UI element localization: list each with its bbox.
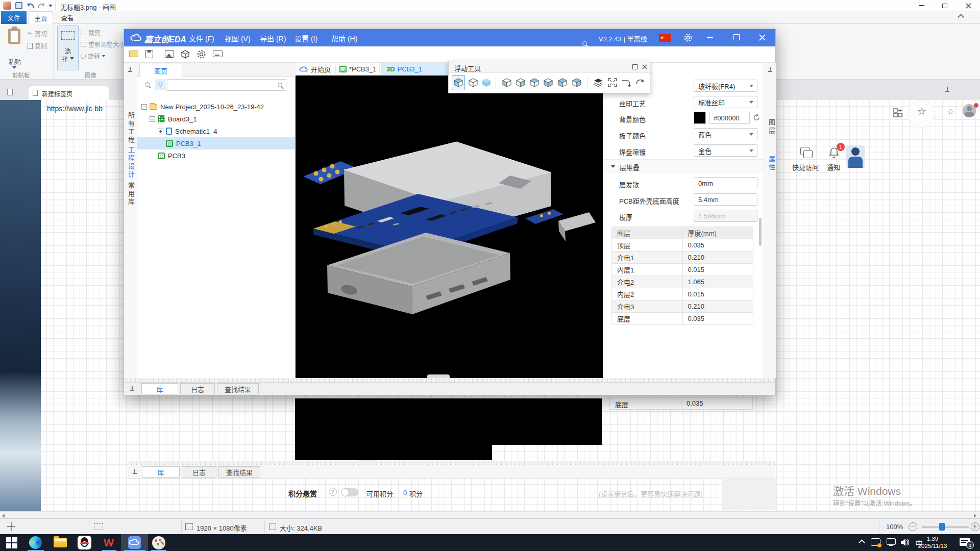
background-color-swatch[interactable] — [694, 112, 706, 124]
tree-item-schematic[interactable]: Schematic1_4 — [137, 125, 296, 137]
china-flag-icon[interactable]: ★ — [659, 34, 671, 42]
view-back-icon[interactable] — [572, 78, 582, 88]
paint-tab-view[interactable]: 查看 — [55, 11, 80, 24]
zoom-out-button[interactable] — [909, 522, 917, 531]
view-top-icon[interactable] — [529, 78, 540, 88]
view-right-icon[interactable] — [557, 78, 568, 88]
viewport-splitter-handle[interactable] — [427, 374, 450, 378]
sidebar-tab-project-design[interactable]: 工程设计 — [126, 146, 136, 179]
select-button[interactable]: 选 择 — [57, 26, 79, 70]
material-select[interactable]: 玻纤板(FR4) — [694, 80, 757, 92]
notifications-label[interactable]: 通知 — [827, 162, 840, 172]
start-button[interactable] — [6, 537, 17, 548]
viewport-3d[interactable] — [296, 76, 603, 378]
paint-tab-home[interactable]: 主页 — [29, 11, 53, 24]
project-search-input[interactable] — [167, 79, 286, 91]
sidebar-tab-all-projects[interactable]: 所有工程 — [126, 112, 136, 144]
menu-export[interactable]: 导出 (R) — [260, 33, 286, 43]
reset-icon[interactable] — [753, 114, 761, 121]
tree-item-project[interactable]: New Project_2025-10-26_23-19-42 — [137, 101, 296, 113]
float-maximize-icon[interactable] — [632, 64, 638, 69]
tree-item-pcb3[interactable]: PCB3 — [137, 149, 296, 162]
paint-close-button[interactable] — [957, 0, 980, 11]
zoom-in-button[interactable] — [971, 522, 979, 531]
menu-file[interactable]: 文件 (F) — [189, 33, 214, 43]
save-icon[interactable] — [145, 50, 153, 58]
taskbar-eda-active-tile[interactable] — [121, 534, 148, 551]
paint-maximize-button[interactable] — [933, 0, 957, 11]
tree-item-pcb3-1-selected[interactable]: PCB3_1 — [137, 137, 296, 149]
taskbar-wps-icon[interactable]: W — [102, 536, 115, 549]
tab-pcb3-1[interactable]: *PCB3_1 — [339, 63, 376, 76]
copy-button[interactable]: 复制 — [28, 41, 47, 50]
taskbar-qq-icon[interactable] — [78, 536, 91, 549]
view-left-icon[interactable] — [543, 78, 553, 88]
paint-minimize-button[interactable] — [910, 0, 933, 11]
tab-sheet[interactable]: 图页 — [139, 64, 182, 77]
tray-clock[interactable]: 1:39 2025/11/13 — [913, 535, 952, 550]
settings-gear-icon[interactable] — [197, 49, 206, 59]
zoom-slider-handle[interactable] — [939, 523, 945, 531]
floating-tools-titlebar[interactable]: 浮动工具 — [449, 61, 650, 73]
quick-access-dropdown-icon[interactable] — [48, 5, 53, 7]
tab-start-page[interactable]: 开始页 — [299, 63, 331, 76]
board-color-select[interactable]: 蓝色 — [694, 128, 757, 140]
undo-icon[interactable] — [27, 2, 35, 10]
view-front-icon[interactable] — [502, 78, 512, 88]
image-export-icon[interactable] — [165, 50, 174, 58]
cube-3d-icon[interactable] — [180, 49, 190, 60]
bottom-tab-search-results[interactable]: 查找结果 — [217, 383, 259, 394]
gear-icon[interactable] — [683, 33, 693, 42]
quick-access-label[interactable]: 快捷访问 — [792, 162, 819, 172]
paint-tab-file[interactable]: 文件 — [1, 11, 27, 24]
export-view-icon[interactable] — [621, 78, 632, 88]
paste-button[interactable]: 粘贴 — [3, 26, 26, 70]
eda-maximize-button[interactable] — [733, 34, 740, 40]
tray-network-icon[interactable] — [887, 538, 896, 545]
search-icon[interactable] — [582, 41, 587, 46]
taskbar-edge-icon[interactable] — [29, 536, 42, 549]
cut-button[interactable]: ✂剪切 — [28, 29, 47, 38]
layer-divergence-input[interactable]: 0mm — [694, 177, 757, 189]
view-iso-icon[interactable] — [453, 78, 463, 88]
pin-icon[interactable] — [128, 67, 132, 73]
tab-3d-pcb[interactable]: 3D PCB3_1 — [381, 63, 454, 76]
view-bottom-icon[interactable] — [516, 78, 526, 88]
panel-scrollbar-thumb[interactable] — [759, 218, 762, 246]
silkscreen-select[interactable]: 标准丝印 — [694, 96, 757, 108]
panel-tab-layers[interactable]: 图层 — [767, 119, 776, 135]
view-solid-icon[interactable] — [481, 78, 492, 88]
save-icon[interactable] — [15, 2, 22, 9]
taskbar-paint-icon[interactable] — [152, 536, 165, 549]
layers-icon[interactable] — [593, 78, 603, 88]
user-avatar[interactable] — [846, 145, 865, 168]
bottom-splitter[interactable] — [124, 378, 775, 382]
search-icon[interactable] — [145, 82, 150, 87]
zoom-slider-track[interactable] — [922, 527, 969, 528]
bottom-tab-library[interactable]: 库 — [141, 383, 178, 394]
panel-tab-properties[interactable]: 属性 — [767, 156, 776, 172]
bottom-tab-log[interactable]: 日志 — [180, 383, 215, 394]
stackup-section-header[interactable]: 层堆叠 — [603, 159, 764, 172]
eda-minimize-button[interactable] — [707, 37, 713, 38]
float-close-icon[interactable] — [642, 64, 647, 69]
pcb-height-input[interactable]: 5.4mm — [694, 193, 757, 206]
tree-item-board[interactable]: Board3_1 — [137, 113, 296, 125]
background-color-input[interactable]: #000000 — [709, 112, 750, 124]
pin-icon[interactable] — [130, 386, 134, 392]
menu-help[interactable]: 帮助 (H) — [331, 33, 357, 43]
pad-finish-select[interactable]: 金色 — [694, 144, 757, 157]
rotate-view-icon[interactable] — [635, 78, 645, 88]
filter-icon[interactable]: ▽ — [155, 79, 166, 90]
sidebar-tab-common-lib[interactable]: 常用库 — [126, 182, 136, 207]
eda-close-button[interactable] — [759, 34, 766, 41]
monitor-icon[interactable] — [213, 51, 223, 57]
menu-view[interactable]: 视图 (V) — [225, 33, 251, 43]
menu-settings[interactable]: 设置 (I) — [295, 33, 317, 43]
tray-expand-icon[interactable] — [859, 539, 865, 546]
pin-icon[interactable] — [768, 67, 772, 73]
crop-button[interactable]: 裁剪 — [81, 28, 101, 37]
open-folder-icon[interactable] — [129, 51, 138, 57]
redo-icon[interactable] — [37, 2, 45, 10]
rotate-button[interactable]: 旋转 — [81, 52, 105, 60]
